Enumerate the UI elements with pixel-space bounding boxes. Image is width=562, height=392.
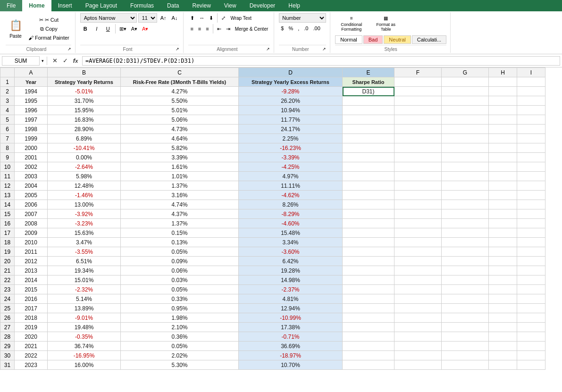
cell-d2[interactable]: -9.28% xyxy=(239,87,343,96)
cell-c19[interactable]: 0.05% xyxy=(121,247,239,257)
cell-d5[interactable]: 11.77% xyxy=(239,115,343,125)
tab-review[interactable]: Review xyxy=(185,0,217,11)
cell-b31[interactable]: 16.00% xyxy=(48,360,121,370)
cell-a10[interactable]: 2002 xyxy=(15,162,48,172)
decrease-indent-button[interactable]: ⇤ xyxy=(215,25,223,33)
cell-g7[interactable] xyxy=(442,134,489,143)
cell-a29[interactable]: 2021 xyxy=(15,342,48,351)
italic-button[interactable]: I xyxy=(92,25,102,33)
cell-g24[interactable] xyxy=(442,294,489,304)
merge-center-button[interactable]: Merge & Center xyxy=(233,25,270,33)
cell-i19[interactable] xyxy=(517,247,545,257)
cell-h6[interactable] xyxy=(489,125,517,134)
decrease-decimal-button[interactable]: .0 xyxy=(302,25,310,32)
cell-b22[interactable]: 15.01% xyxy=(48,275,121,285)
cell-h4[interactable] xyxy=(489,106,517,115)
cell-e3[interactable] xyxy=(343,96,394,106)
tab-developer[interactable]: Developer xyxy=(243,0,282,11)
cell-f11[interactable] xyxy=(394,172,442,181)
cell-g28[interactable] xyxy=(442,332,489,342)
cell-e16[interactable] xyxy=(343,219,394,228)
cell-e13[interactable] xyxy=(343,191,394,200)
cell-i9[interactable] xyxy=(517,153,545,162)
font-expand-icon[interactable]: ↗ xyxy=(176,47,179,51)
cell-b8[interactable]: -10.41% xyxy=(48,143,121,153)
cell-f25[interactable] xyxy=(394,304,442,313)
cell-f15[interactable] xyxy=(394,209,442,219)
cell-f3[interactable] xyxy=(394,96,442,106)
cell-g10[interactable] xyxy=(442,162,489,172)
cell-a6[interactable]: 1998 xyxy=(15,125,48,134)
cell-d25[interactable]: 12.94% xyxy=(239,304,343,313)
cell-e11[interactable] xyxy=(343,172,394,181)
cell-g25[interactable] xyxy=(442,304,489,313)
cell-c1[interactable]: Risk-Free Rate (3Month T-Bills Yields) xyxy=(121,77,239,87)
cell-a12[interactable]: 2004 xyxy=(15,181,48,191)
comma-button[interactable]: , xyxy=(296,25,301,32)
cell-g23[interactable] xyxy=(442,285,489,294)
cell-d12[interactable]: 11.11% xyxy=(239,181,343,191)
cell-a2[interactable]: 1994 xyxy=(15,87,48,96)
align-top-button[interactable]: ⬆ xyxy=(188,14,196,22)
cell-c12[interactable]: 1.37% xyxy=(121,181,239,191)
cell-b28[interactable]: -0.35% xyxy=(48,332,121,342)
cell-a27[interactable]: 2019 xyxy=(15,323,48,332)
cell-a13[interactable]: 2005 xyxy=(15,191,48,200)
cell-g11[interactable] xyxy=(442,172,489,181)
cell-h8[interactable] xyxy=(489,143,517,153)
cell-b7[interactable]: 6.89% xyxy=(48,134,121,143)
cell-f21[interactable] xyxy=(394,266,442,275)
font-name-select[interactable]: Aptos Narrow xyxy=(80,13,137,23)
tab-formulas[interactable]: Formulas xyxy=(124,0,160,11)
angle-text-button[interactable]: ⤢ xyxy=(219,14,227,22)
cell-d29[interactable]: 36.69% xyxy=(239,342,343,351)
normal-style-button[interactable]: Normal xyxy=(335,35,362,44)
cell-d23[interactable]: -2.37% xyxy=(239,285,343,294)
currency-button[interactable]: $ xyxy=(279,25,285,32)
cell-i12[interactable] xyxy=(517,181,545,191)
calculation-style-button[interactable]: Calculati... xyxy=(412,35,446,44)
cell-e12[interactable] xyxy=(343,181,394,191)
cell-f4[interactable] xyxy=(394,106,442,115)
cell-f7[interactable] xyxy=(394,134,442,143)
cell-h18[interactable] xyxy=(489,238,517,247)
cell-f18[interactable] xyxy=(394,238,442,247)
cell-d10[interactable]: -4.25% xyxy=(239,162,343,172)
cell-b14[interactable]: 13.00% xyxy=(48,200,121,209)
cell-f13[interactable] xyxy=(394,191,442,200)
cell-c20[interactable]: 0.09% xyxy=(121,257,239,266)
cell-g18[interactable] xyxy=(442,238,489,247)
cell-f8[interactable] xyxy=(394,143,442,153)
cell-c11[interactable]: 1.01% xyxy=(121,172,239,181)
cell-h2[interactable] xyxy=(489,87,517,96)
cell-i23[interactable] xyxy=(517,285,545,294)
formula-input[interactable] xyxy=(82,56,560,66)
cell-reference-box[interactable] xyxy=(2,56,40,66)
fill-color-button[interactable]: A▾ xyxy=(129,25,139,33)
cell-f10[interactable] xyxy=(394,162,442,172)
cell-a23[interactable]: 2015 xyxy=(15,285,48,294)
cell-f6[interactable] xyxy=(394,125,442,134)
insert-function-icon[interactable]: fx xyxy=(71,56,80,66)
cell-b13[interactable]: -1.46% xyxy=(48,191,121,200)
cell-c14[interactable]: 4.74% xyxy=(121,200,239,209)
cell-d15[interactable]: -8.29% xyxy=(239,209,343,219)
cell-h5[interactable] xyxy=(489,115,517,125)
cell-i20[interactable] xyxy=(517,257,545,266)
cell-e19[interactable] xyxy=(343,247,394,257)
cell-g9[interactable] xyxy=(442,153,489,162)
cell-i26[interactable] xyxy=(517,313,545,323)
cell-f24[interactable] xyxy=(394,294,442,304)
cell-e30[interactable] xyxy=(343,351,394,360)
cell-i25[interactable] xyxy=(517,304,545,313)
format-painter-button[interactable]: 🖌 Format Painter xyxy=(26,34,71,42)
col-header-g[interactable]: G xyxy=(442,68,489,77)
cell-g29[interactable] xyxy=(442,342,489,351)
cell-c25[interactable]: 0.95% xyxy=(121,304,239,313)
col-header-a[interactable]: A xyxy=(15,68,48,77)
cell-i28[interactable] xyxy=(517,332,545,342)
cell-b30[interactable]: -16.95% xyxy=(48,351,121,360)
cell-e21[interactable] xyxy=(343,266,394,275)
cell-b4[interactable]: 15.95% xyxy=(48,106,121,115)
cell-h19[interactable] xyxy=(489,247,517,257)
